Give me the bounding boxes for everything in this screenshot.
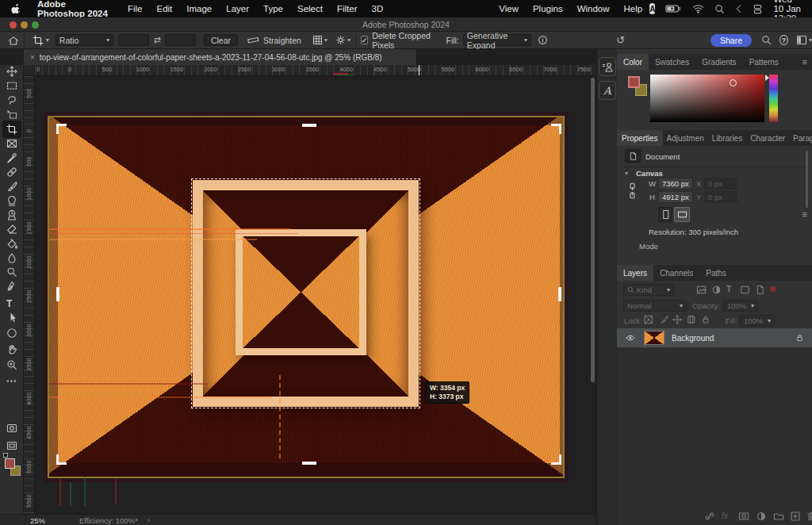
- lock-all-icon[interactable]: [701, 315, 710, 324]
- properties-scrollbar[interactable]: [806, 151, 808, 208]
- input-source-icon[interactable]: A: [649, 3, 655, 14]
- share-button[interactable]: Share: [710, 34, 752, 47]
- tab-paragraph[interactable]: Paragraph: [789, 130, 812, 146]
- menu-item-filter[interactable]: Filter: [330, 4, 365, 13]
- canvas-section-chevron-icon[interactable]: ▾: [625, 170, 628, 177]
- tab-color[interactable]: Color: [617, 54, 649, 70]
- layer-filter-type-select[interactable]: Kind ▾: [623, 284, 674, 296]
- layer-name[interactable]: Background: [672, 334, 714, 343]
- panel-menu-icon[interactable]: ≡: [802, 57, 807, 67]
- swap-dimensions-icon[interactable]: ⇄: [153, 35, 160, 45]
- control-center-icon[interactable]: [753, 4, 763, 14]
- crop-ratio-select[interactable]: Ratio ▾: [56, 34, 113, 46]
- home-icon[interactable]: [8, 35, 19, 46]
- fill-opacity-select[interactable]: 100% ▾: [740, 315, 775, 327]
- color-foreground-swatch[interactable]: [628, 76, 640, 88]
- canvas-y-field[interactable]: 0 px: [704, 191, 737, 203]
- layer-lock-icon[interactable]: [795, 333, 804, 343]
- crop-tool-icon[interactable]: [6, 124, 17, 135]
- crop-handle-top-left[interactable]: [56, 124, 67, 134]
- hand-tool-icon[interactable]: [6, 343, 17, 354]
- tab-properties[interactable]: Properties: [617, 130, 663, 146]
- pen-tool-icon[interactable]: [6, 281, 17, 292]
- spotlight-search-icon[interactable]: [714, 4, 725, 14]
- menu-item-type[interactable]: Type: [256, 4, 290, 13]
- info-icon[interactable]: [538, 35, 548, 45]
- canvas-width-field[interactable]: 7360 px: [658, 178, 693, 190]
- menu-app-name[interactable]: Adobe Photoshop 2024: [29, 0, 121, 18]
- menu-item-edit[interactable]: Edit: [149, 4, 179, 13]
- filter-shape-layers-icon[interactable]: [740, 285, 750, 295]
- object-selection-tool-icon[interactable]: [6, 109, 17, 120]
- canvas-x-field[interactable]: 0 px: [704, 178, 737, 190]
- crop-height-field[interactable]: [165, 34, 196, 46]
- gradient-tool-icon[interactable]: [6, 238, 17, 249]
- new-adjustment-layer-icon[interactable]: [756, 511, 767, 522]
- layer-style-fx-icon[interactable]: fx: [722, 512, 728, 520]
- crop-handle-bottom-left[interactable]: [56, 454, 67, 465]
- delete-layer-icon[interactable]: [806, 511, 812, 522]
- color-saturation-field[interactable]: [650, 75, 764, 122]
- frame-tool-icon[interactable]: [6, 138, 17, 149]
- fill-mode-select[interactable]: Generative Expand ▾: [463, 34, 531, 46]
- hue-slider[interactable]: [769, 75, 778, 122]
- help-icon[interactable]: ?: [779, 35, 788, 45]
- apple-menu-icon[interactable]: [11, 3, 21, 15]
- screen-mode-icon[interactable]: [6, 440, 17, 451]
- lock-artboard-icon[interactable]: [687, 315, 696, 324]
- new-layer-icon[interactable]: [790, 511, 801, 522]
- reset-crop-icon[interactable]: ↺: [616, 34, 625, 46]
- layer-row-background[interactable]: Background: [617, 328, 812, 347]
- layer-filter-toggle[interactable]: [770, 286, 776, 292]
- menu-item-view[interactable]: View: [492, 4, 526, 13]
- efficiency-readout[interactable]: Efficiency: 100%*: [79, 516, 138, 525]
- new-group-icon[interactable]: [773, 511, 784, 522]
- status-chevron-icon[interactable]: ›: [147, 515, 150, 524]
- lock-transparency-icon[interactable]: [644, 315, 653, 324]
- filter-pixel-layers-icon[interactable]: [696, 285, 707, 295]
- brush-tool-icon[interactable]: [6, 181, 17, 192]
- document-tab[interactable]: × top-view-of-arrangement-of-colorful-pa…: [24, 49, 417, 65]
- history-brush-tool-icon[interactable]: [6, 209, 17, 220]
- crop-width-field[interactable]: [118, 34, 149, 46]
- ruler-top[interactable]: 0050010001500200025003000350040004500500…: [35, 65, 596, 76]
- layer-thumbnail[interactable]: [644, 331, 665, 345]
- zoom-level[interactable]: 25%: [30, 516, 45, 525]
- crop-handle-top[interactable]: [302, 124, 316, 127]
- menu-item-plugins[interactable]: Plugins: [526, 4, 570, 13]
- collapsed-panel-character-icon[interactable]: A: [599, 81, 616, 100]
- tab-adjustments[interactable]: Adjustmen: [663, 130, 708, 146]
- crop-handle-bottom[interactable]: [302, 462, 316, 465]
- canvas-section-header[interactable]: Canvas: [636, 169, 663, 178]
- menu-item-select[interactable]: Select: [290, 4, 330, 13]
- document-image[interactable]: W: 3354 px H: 3373 px: [44, 112, 569, 482]
- foreground-color-swatch[interactable]: [5, 458, 15, 469]
- tab-patterns[interactable]: Patterns: [743, 54, 785, 70]
- canvas-area[interactable]: W: 3354 px H: 3373 px: [35, 76, 596, 514]
- crop-overlay-options-button[interactable]: ▾: [312, 35, 327, 45]
- blur-tool-icon[interactable]: [6, 252, 17, 263]
- orientation-portrait-button[interactable]: [658, 207, 672, 222]
- mode-label[interactable]: Mode: [639, 242, 658, 251]
- edit-toolbar-icon[interactable]: •••: [6, 377, 17, 388]
- battery-icon[interactable]: [665, 4, 682, 13]
- ruler-left[interactable]: 5000500100015002000250030003500400045005…: [24, 76, 35, 514]
- menu-item-image[interactable]: Image: [179, 4, 219, 13]
- filter-smart-objects-icon[interactable]: [755, 285, 765, 295]
- eyedropper-tool-icon[interactable]: [6, 152, 17, 163]
- quick-mask-icon[interactable]: [6, 423, 17, 434]
- collapsed-panel-history-icon[interactable]: [599, 57, 616, 76]
- orientation-landscape-button[interactable]: [674, 207, 690, 222]
- close-tab-icon[interactable]: ×: [30, 53, 35, 62]
- canvas-vertical-scrollbar[interactable]: [591, 78, 595, 382]
- add-layer-mask-icon[interactable]: [738, 511, 749, 522]
- lasso-tool-icon[interactable]: [6, 94, 17, 105]
- path-selection-tool-icon[interactable]: [6, 312, 17, 323]
- panel-menu-icon[interactable]: ≡: [802, 209, 807, 219]
- spot-healing-tool-icon[interactable]: [6, 167, 17, 178]
- tab-layers[interactable]: Layers: [617, 265, 653, 281]
- tab-paths[interactable]: Paths: [699, 265, 733, 281]
- link-layers-icon[interactable]: [704, 511, 715, 522]
- menu-item-window[interactable]: Window: [570, 4, 617, 13]
- link-dimensions-icon[interactable]: [628, 182, 637, 200]
